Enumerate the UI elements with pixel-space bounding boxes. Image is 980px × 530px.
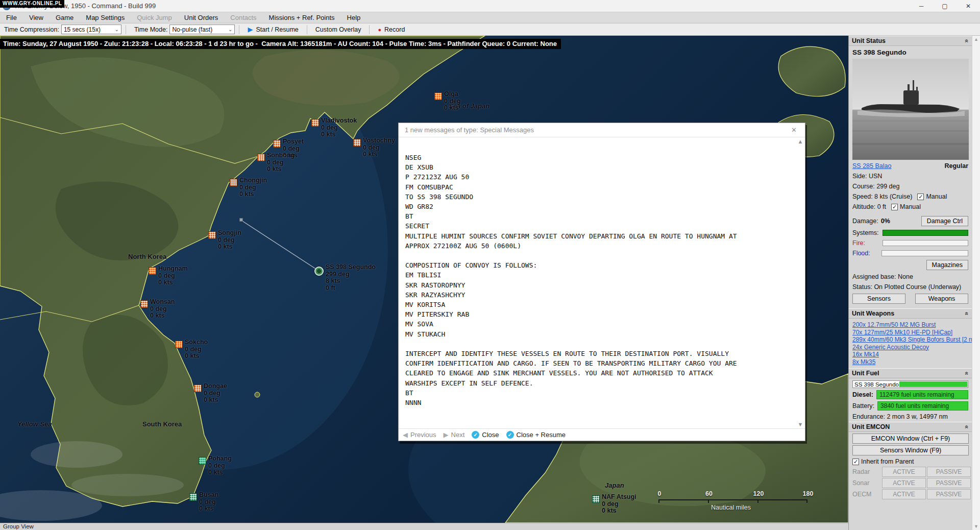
next-button[interactable]: ▶ Next (444, 431, 465, 439)
oecm-row-label: OECM (852, 491, 881, 498)
map-unit-vostochny[interactable]: Vostochny 0 deg 0 kts (353, 139, 361, 147)
map-unit-sonbong[interactable]: Sonbong 0 deg 0 kts (257, 154, 265, 161)
time-mode-select[interactable]: No-pulse (fast) ⌄ (169, 25, 235, 34)
record-button[interactable]: ● Record (374, 24, 409, 35)
scroll-up-icon[interactable]: ▲ (974, 37, 978, 42)
hostile-installation-icon[interactable] (149, 267, 156, 275)
weapon-link[interactable]: 200x 12.7mm/50 M2 MG Burst (852, 321, 968, 329)
friendly-installation-icon[interactable] (189, 493, 197, 501)
start-resume-button[interactable]: ▶ Start / Resume (243, 24, 302, 35)
sensors-button[interactable]: Sensors (852, 294, 905, 304)
map-unit-sokcho[interactable]: Sokcho 0 deg 0 kts (175, 341, 183, 348)
menu-file[interactable]: File (0, 12, 23, 23)
collapse-icon[interactable]: « (964, 312, 971, 316)
scroll-down-icon[interactable]: ▼ (798, 421, 803, 427)
sensors-window-button[interactable]: Sensors Window (F9) (852, 445, 969, 455)
message-scrollbar[interactable]: ▲ ▼ (797, 138, 804, 427)
next-icon: ▶ (444, 431, 449, 439)
weapon-link[interactable]: 70x 127mm/25 Mk10 HE-PD [HiCap] (852, 329, 968, 336)
sim-status-bar: Time: Sunday, 27 August 1950 - Zulu: 21:… (0, 39, 561, 49)
radar-active-button[interactable]: ACTIVE (882, 467, 926, 477)
course-waypoint[interactable] (239, 218, 243, 222)
hostile-installation-icon[interactable] (434, 92, 442, 100)
map-unit-dongae[interactable]: Dongae 0 deg 0 kts (194, 384, 202, 392)
minimize-icon[interactable]: ─ (910, 0, 933, 12)
radar-passive-button[interactable]: PASSIVE (927, 467, 971, 477)
weapon-link[interactable]: 289x 40mm/60 Mk3 Single Bofors Burst [2 … (852, 336, 968, 344)
close-icon[interactable]: ✕ (957, 0, 980, 12)
magazines-button[interactable]: Magazines (926, 260, 968, 270)
unit-fuel-header[interactable]: Unit Fuel « (849, 368, 972, 378)
menu-help[interactable]: Help (341, 12, 367, 23)
map-unit-songjin[interactable]: Songjin 0 deg 0 kts (208, 231, 216, 239)
unit-speed: 0 kts (321, 131, 357, 138)
next-label: Next (451, 431, 465, 439)
altitude-manual-checkbox[interactable]: ✓ (891, 204, 898, 210)
weapons-button[interactable]: Weapons (915, 294, 968, 304)
time-compression-select[interactable]: 15 secs (15x) ⌄ (61, 25, 121, 34)
sonar-passive-button[interactable]: PASSIVE (927, 478, 971, 488)
map-unit-busan[interactable]: Busan 0 deg 0 kts (189, 493, 197, 501)
collapse-icon[interactable]: « (964, 39, 971, 43)
hostile-installation-icon[interactable] (175, 341, 183, 348)
oecm-active-button[interactable]: ACTIVE (882, 489, 926, 499)
unit-name: Sonbong (267, 152, 295, 159)
close-button[interactable]: ✓ Close (472, 431, 499, 439)
damage-ctrl-button[interactable]: Damage Ctrl (921, 216, 968, 226)
maximize-icon[interactable]: ▢ (933, 0, 957, 12)
hostile-installation-icon[interactable] (140, 300, 148, 308)
collapse-icon[interactable]: « (964, 372, 971, 375)
map-unit-chongjin[interactable]: Chongjin 0 deg 0 kts (230, 179, 237, 186)
menu-missions-ref-points[interactable]: Missions + Ref. Points (263, 12, 341, 23)
close-resume-button[interactable]: ✓ Close + Resume (506, 431, 566, 439)
oecm-passive-button[interactable]: PASSIVE (927, 489, 971, 499)
unit-course: 0 deg (199, 499, 218, 506)
hostile-installation-icon[interactable] (194, 384, 202, 392)
weapon-link[interactable]: 16x Mk14 (852, 351, 968, 358)
menu-unit-orders[interactable]: Unit Orders (178, 12, 224, 23)
hostile-installation-icon[interactable] (311, 119, 319, 127)
friendly-installation-icon[interactable] (592, 495, 600, 503)
scroll-up-icon[interactable]: ▲ (798, 138, 803, 144)
weapon-link[interactable]: 8x Mk35 (852, 358, 968, 366)
map-unit-wonsan[interactable]: Wonsan 0 deg 0 kts (140, 300, 148, 308)
map-unit-posyet[interactable]: Posyet 0 deg 0 kts (273, 140, 281, 148)
scroll-down-icon[interactable]: ▼ (974, 524, 978, 529)
map-unit-hungnam[interactable]: Hungnam 0 deg 0 kts (149, 267, 156, 275)
ownship-submarine-icon[interactable] (314, 267, 324, 276)
unit-status-text: Status: On Plotted Course (Underway) (849, 282, 972, 292)
unit-status-header[interactable]: Unit Status « (849, 36, 972, 46)
dialog-close-icon[interactable]: ✕ (789, 125, 799, 135)
menu-game[interactable]: Game (50, 12, 80, 23)
dialog-title-bar: 1 new messages of type: Special Messages… (399, 123, 805, 137)
collapse-icon[interactable]: « (964, 425, 971, 429)
damage-value: 0% (881, 218, 890, 225)
speed-manual-checkbox[interactable]: ✓ (917, 194, 924, 200)
menu-view[interactable]: View (23, 12, 50, 23)
unit-course: 0 deg (208, 463, 232, 470)
emcon-window-button[interactable]: EMCON Window (Ctrl + F9) (852, 433, 969, 444)
map-unit-naf-atsugi[interactable]: NAF Atsugi 0 deg 0 kts (592, 495, 600, 503)
hostile-installation-icon[interactable] (273, 140, 281, 148)
previous-button[interactable]: ◀ Previous (403, 431, 436, 439)
menu-map-settings[interactable]: Map Settings (80, 12, 131, 23)
inherit-parent-checkbox[interactable]: ✓ (852, 459, 859, 465)
custom-overlay-button[interactable]: Custom Overlay (311, 24, 365, 35)
sonar-active-button[interactable]: ACTIVE (882, 478, 926, 488)
map-unit-vladivostok[interactable]: Vladivostok 0 deg 0 kts (311, 119, 319, 127)
hostile-installation-icon[interactable] (353, 139, 361, 147)
weapon-link[interactable]: 24x Generic Acoustic Decoy (852, 344, 968, 351)
unit-weapons-header[interactable]: Unit Weapons « (849, 308, 972, 319)
sidebar-scrollbar[interactable]: ▲ ▼ (972, 36, 980, 530)
map-unit-pohang[interactable]: Pohang 0 deg 0 kts (199, 457, 206, 465)
hostile-installation-icon[interactable] (230, 179, 237, 186)
unit-name: NAF Atsugi (602, 494, 636, 501)
map-unit-olga[interactable]: Olga 0 deg 0 kts (434, 92, 442, 100)
unit-emcon-header[interactable]: Unit EMCON « (849, 422, 972, 432)
hostile-installation-icon[interactable] (208, 231, 216, 239)
hostile-installation-icon[interactable] (257, 154, 265, 161)
toolbar: Time Compression: 15 secs (15x) ⌄ Time M… (0, 23, 980, 36)
friendly-installation-icon[interactable] (199, 457, 206, 465)
map-unit-ss-398-segundo[interactable]: SS 398 Segundo 299 deg 8 kts 0 ft (314, 267, 324, 276)
unit-class-link[interactable]: SS 285 Balao (852, 162, 891, 170)
